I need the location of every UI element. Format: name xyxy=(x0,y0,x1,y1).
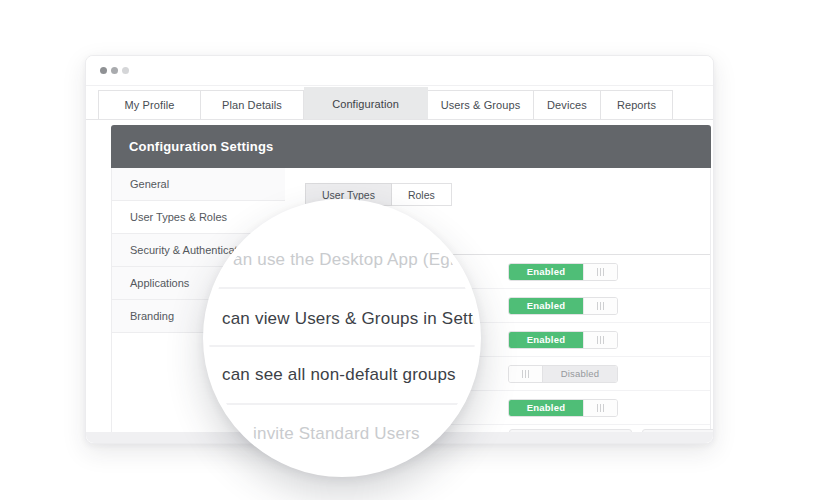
tab-users-groups[interactable]: Users & Groups xyxy=(428,90,534,119)
magnified-row-text: an use the Desktop App (Egn xyxy=(233,250,460,270)
toggle-enabled[interactable]: Enabled xyxy=(508,297,618,315)
main-tab-bar: My Profile Plan Details Configuration Us… xyxy=(86,86,713,120)
toggle-disabled-label: Disabled xyxy=(543,366,617,382)
row-divider xyxy=(203,403,481,405)
subtab-roles[interactable]: Roles xyxy=(392,183,452,206)
magnified-row-text: can view Users & Groups in Setti xyxy=(222,309,477,329)
tab-my-profile[interactable]: My Profile xyxy=(98,90,201,119)
grip-icon xyxy=(596,404,605,412)
row-divider xyxy=(203,287,481,289)
page-title: Configuration Settings xyxy=(129,139,274,154)
tab-reports[interactable]: Reports xyxy=(601,90,673,119)
tab-devices[interactable]: Devices xyxy=(534,90,601,119)
toggle-enabled[interactable]: Enabled xyxy=(508,263,618,281)
magnified-row-text: invite Standard Users xyxy=(253,424,420,444)
section-header: Configuration Settings xyxy=(111,125,711,168)
grip-icon xyxy=(596,302,605,310)
toggle-handle[interactable] xyxy=(583,298,617,314)
toggle-enabled-label: Enabled xyxy=(509,400,583,416)
toggle-enabled-label: Enabled xyxy=(509,298,583,314)
window-titlebar xyxy=(86,56,713,86)
magnified-row-text: can see all non-default groups xyxy=(222,365,456,385)
toggle-handle[interactable] xyxy=(583,332,617,348)
traffic-dot-icon xyxy=(111,67,118,74)
tab-plan-details[interactable]: Plan Details xyxy=(201,90,304,119)
toggle-enabled[interactable]: Enabled xyxy=(508,399,618,417)
toggle-handle[interactable] xyxy=(509,366,543,382)
toggle-enabled[interactable]: Enabled xyxy=(508,331,618,349)
toggle-handle[interactable] xyxy=(583,400,617,416)
grip-icon xyxy=(596,268,605,276)
row-divider xyxy=(203,345,481,347)
toggle-enabled-label: Enabled xyxy=(509,264,583,280)
magnifier-content: an use the Desktop App (Egn can view Use… xyxy=(209,205,475,471)
grip-icon xyxy=(521,370,530,378)
sidebar-item-general[interactable]: General xyxy=(112,168,285,201)
magnifier-lens: an use the Desktop App (Egn can view Use… xyxy=(203,199,481,477)
toggle-enabled-label: Enabled xyxy=(509,332,583,348)
grip-icon xyxy=(596,336,605,344)
traffic-dot-icon xyxy=(122,67,129,74)
toggle-disabled[interactable]: Disabled xyxy=(508,365,618,383)
tab-configuration[interactable]: Configuration xyxy=(304,87,428,119)
toggle-handle[interactable] xyxy=(583,264,617,280)
traffic-dot-icon xyxy=(100,67,107,74)
